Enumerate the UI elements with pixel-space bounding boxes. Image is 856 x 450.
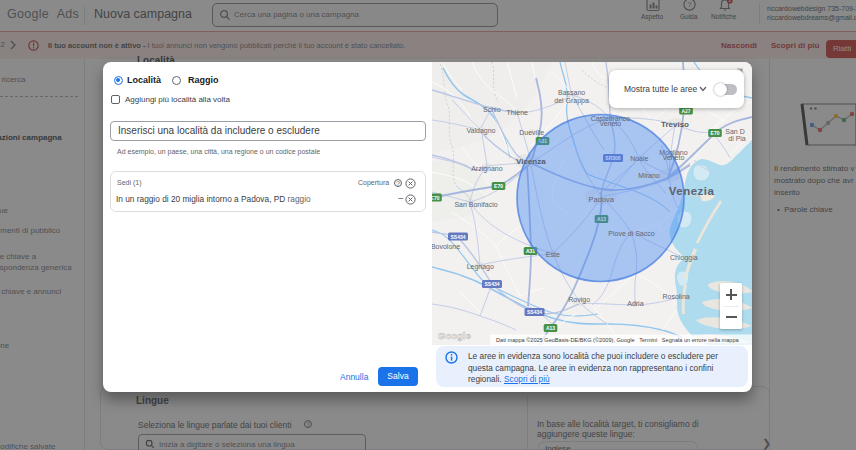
svg-text:Google: Google: [438, 330, 471, 341]
svg-text:Veneto: Veneto: [599, 120, 621, 127]
svg-text:SS434: SS434: [450, 234, 465, 240]
svg-text:Rosolina: Rosolina: [662, 293, 689, 300]
svg-text:A13: A13: [546, 325, 555, 331]
svg-text:Mirano: Mirano: [638, 172, 660, 179]
svg-text:SS434: SS434: [484, 281, 499, 287]
svg-text:San Bonifacio: San Bonifacio: [454, 201, 497, 208]
svg-text:Dati mappa ©2025 GeoBasis-DE/B: Dati mappa ©2025 GeoBasis-DE/BKG (©2009)…: [496, 337, 740, 343]
svg-text:Vicenza: Vicenza: [516, 157, 546, 166]
svg-text:del Grappa: del Grappa: [554, 97, 589, 105]
svg-text:Rovigo: Rovigo: [568, 296, 590, 304]
svg-text:E70: E70: [711, 130, 720, 136]
svg-text:Este: Este: [546, 251, 560, 258]
svg-text:Bovolone: Bovolone: [432, 243, 460, 250]
svg-text:Valdagno: Valdagno: [466, 127, 495, 135]
svg-text:Chioggia: Chioggia: [670, 254, 698, 262]
svg-text:Legnago: Legnago: [467, 263, 494, 271]
svg-text:Thiene: Thiene: [507, 109, 529, 116]
svg-text:di Pia: di Pia: [728, 135, 746, 142]
svg-text:Piove di Sacco: Piove di Sacco: [608, 230, 654, 237]
svg-text:Noale: Noale: [630, 155, 648, 162]
svg-text:A27: A27: [681, 108, 690, 114]
svg-text:SS434: SS434: [527, 309, 542, 315]
svg-text:San D: San D: [725, 128, 744, 135]
svg-text:E70: E70: [432, 195, 440, 201]
svg-text:Schio: Schio: [483, 106, 501, 113]
svg-text:Veneto: Veneto: [662, 154, 684, 161]
svg-text:Venezia: Venezia: [669, 185, 715, 197]
svg-text:Adria: Adria: [627, 300, 643, 307]
svg-text:Treviso: Treviso: [661, 120, 689, 129]
svg-text:Dueville: Dueville: [519, 129, 544, 136]
svg-text:Bassano: Bassano: [558, 89, 585, 96]
svg-text:Arzignano: Arzignano: [471, 165, 503, 173]
svg-text:E70: E70: [494, 183, 503, 189]
svg-text:Padova: Padova: [589, 195, 615, 204]
